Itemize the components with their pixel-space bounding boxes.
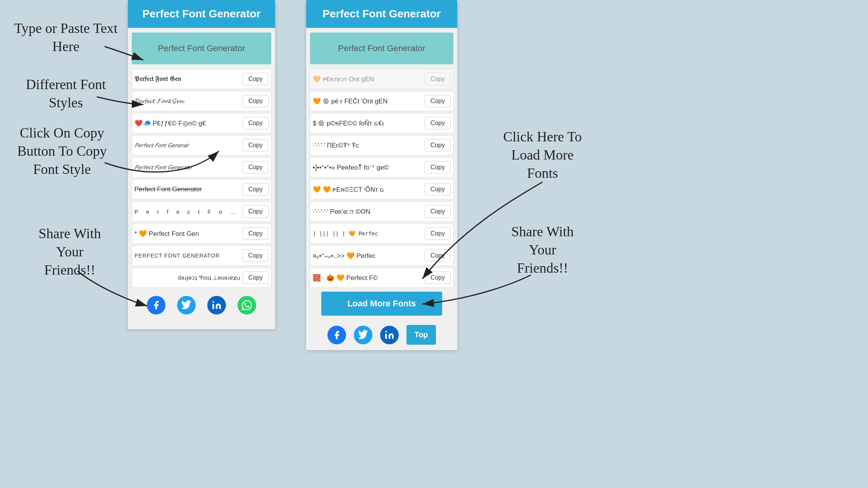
font-row-9: PERFECT FONT GENERATOR Copy: [132, 246, 271, 266]
font-text-6: Perfect Font Generator: [134, 186, 243, 193]
right-font-text-2: $ 🏵 p©ʀFE©© foÑт ɢ€ɩ: [313, 119, 425, 127]
linkedin-icon-right[interactable]: [380, 326, 399, 344]
copy-button-1[interactable]: Copy: [243, 73, 269, 85]
copy-button-5[interactable]: Copy: [243, 161, 269, 174]
annotation-share-right: Share WithYourFriends!!: [492, 223, 593, 277]
right-font-row-9: 🧱 · 🎃 🧡 Perfect F© Copy: [310, 268, 453, 288]
copy-button-10[interactable]: Copy: [243, 271, 269, 284]
right-copy-button-6[interactable]: Copy: [425, 205, 451, 218]
right-font-row-4: •]••°•°•» PeʀfeoŤ fo⁻ᵗ ge© Copy: [310, 157, 453, 177]
left-panel: Perfect Font Generator Perfect Font Gene…: [128, 0, 275, 329]
right-font-text-3: ·'·'·'·' ΠEr©Ŧᵃ Ŧc: [313, 141, 425, 149]
copy-button-6[interactable]: Copy: [243, 183, 269, 196]
copy-button-2[interactable]: Copy: [243, 95, 269, 107]
right-font-row-7: | ||| || | 🧡 Perfec Copy: [310, 223, 453, 244]
font-text-10: ɹoʇɐɹǝuǝ⊥ ʇuo℉ ʇɔǝɟɹǝd: [134, 275, 243, 281]
font-text-8: * 🧡 Perfect Font Gen: [134, 230, 243, 238]
right-panel: Perfect Font Generator Perfect Font Gene…: [306, 0, 457, 350]
font-row-7: P e r f e c t F o n t Copy: [132, 201, 271, 222]
font-row-5: 𝘗𝘦𝘳𝘧𝘦𝘤𝘵 𝘍𝘰𝘯𝘵 𝘎𝘦𝘯𝘦𝘳𝘢𝘵𝘰 Copy: [132, 157, 271, 177]
font-text-7: P e r f e c t F o n t: [134, 208, 243, 215]
copy-button-3[interactable]: Copy: [243, 117, 269, 129]
left-panel-header: Perfect Font Generator: [128, 0, 275, 28]
right-font-text-8: ¤ₐ•°⌣ₐ•..>> 🧡 Perfec: [313, 252, 425, 260]
svg-point-0: [212, 301, 214, 302]
right-copy-button-7[interactable]: Copy: [425, 227, 451, 240]
copy-button-9[interactable]: Copy: [243, 249, 269, 262]
top-button[interactable]: Top: [406, 325, 436, 345]
annotation-type-paste: Type or Paste TextHere: [12, 19, 120, 56]
font-text-2: 𝓟𝓮𝓻𝓯𝓮𝓬𝓽 𝓕𝓸𝓷𝓽 𝓖𝓮𝓷: [134, 97, 243, 105]
right-copy-button-8[interactable]: Copy: [425, 249, 451, 262]
font-row-8: * 🧡 Perfect Font Gen Copy: [132, 223, 271, 244]
annotation-share-left: Share WithYourFriends!!: [19, 225, 120, 279]
facebook-icon-left[interactable]: [147, 296, 165, 314]
right-font-text-0: 🧡 ᴘ€ʀтeɔт Ont gEN: [313, 75, 425, 83]
linkedin-icon-left[interactable]: [207, 296, 226, 314]
annotation-diff-fonts: Different FontStyles: [12, 76, 120, 112]
font-row-6: Perfect Font Generator Copy: [132, 179, 271, 199]
right-font-row-0: 🧡 ᴘ€ʀтeɔт Ont gEN Copy: [310, 69, 453, 89]
font-row-10: ɹoʇɐɹǝuǝ⊥ ʇuo℉ ʇɔǝɟɹǝd Copy: [132, 268, 271, 288]
facebook-icon-right[interactable]: [327, 326, 346, 344]
annotation-click-copy: Click On CopyButton To CopyFont Style: [4, 124, 120, 178]
whatsapp-icon-left[interactable]: [238, 296, 256, 314]
right-copy-button-4[interactable]: Copy: [425, 161, 451, 174]
right-font-text-6: ·'·'·'·'·' Peʀ'e□т ©ON: [313, 208, 425, 216]
right-text-input[interactable]: Perfect Font Generator: [310, 33, 453, 64]
annotation-click-load: Click Here ToLoad MoreFonts: [488, 128, 597, 182]
right-copy-button-5[interactable]: Copy: [425, 183, 451, 196]
right-copy-button-0[interactable]: Copy: [425, 73, 451, 85]
svg-point-1: [386, 331, 387, 332]
right-copy-button-2[interactable]: Copy: [425, 117, 451, 129]
font-row-2: 𝓟𝓮𝓻𝓯𝓮𝓬𝓽 𝓕𝓸𝓷𝓽 𝓖𝓮𝓷 Copy: [132, 91, 271, 111]
social-bar-left: [128, 290, 275, 321]
font-row-4: 𝘗𝘦𝘳𝘧𝘦𝘤𝘵 𝘍𝘰𝘯𝘵 𝘎𝘦𝘯𝘦𝘳𝘢𝘵 Copy: [132, 135, 271, 155]
right-font-text-9: 🧱 · 🎃 🧡 Perfect F©: [313, 274, 425, 282]
twitter-icon-left[interactable]: [177, 296, 196, 314]
right-font-text-1: 🧡 🏵 pé r FEČt 'Ont gEN: [313, 97, 425, 105]
copy-button-4[interactable]: Copy: [243, 139, 269, 151]
right-font-text-7: | ||| || | 🧡 Perfec: [313, 230, 425, 237]
load-more-button[interactable]: Load More Fonts: [321, 292, 442, 316]
right-copy-button-3[interactable]: Copy: [425, 139, 451, 151]
right-font-row-5: 🧡 🧡 ᴩEʀ©ΞCT ʲÕNт ɢ Copy: [310, 179, 453, 199]
text-input[interactable]: Perfect Font Generator: [132, 33, 271, 64]
font-text-4: 𝘗𝘦𝘳𝘧𝘦𝘤𝘵 𝘍𝘰𝘯𝘵 𝘎𝘦𝘯𝘦𝘳𝘢𝘵: [134, 142, 243, 149]
right-font-row-1: 🧡 🏵 pé r FEČt 'Ont gEN Copy: [310, 91, 453, 111]
right-font-text-5: 🧡 🧡 ᴩEʀ©ΞCT ʲÕNт ɢ: [313, 186, 425, 194]
twitter-icon-right[interactable]: [354, 326, 372, 344]
copy-button-8[interactable]: Copy: [243, 227, 269, 240]
right-font-row-2: $ 🏵 p©ʀFE©© foÑт ɢ€ɩ Copy: [310, 113, 453, 133]
right-copy-button-1[interactable]: Copy: [425, 95, 451, 107]
font-row-3: ❤️🧢 P€ƒƒ€© F◎n© g€ Copy: [132, 113, 271, 133]
right-font-row-6: ·'·'·'·'·' Peʀ'e□т ©ON Copy: [310, 201, 453, 222]
right-copy-button-9[interactable]: Copy: [425, 271, 451, 284]
font-text-9: PERFECT FONT GENERATOR: [134, 253, 243, 259]
font-row-1: 𝔓𝔢𝔯𝔣𝔢𝔠𝔱 𝔉𝔬𝔫𝔱 𝔊𝔢𝔫 Copy: [132, 69, 271, 89]
right-font-row-8: ¤ₐ•°⌣ₐ•..>> 🧡 Perfec Copy: [310, 246, 453, 266]
copy-button-7[interactable]: Copy: [243, 205, 269, 218]
right-font-text-4: •]••°•°•» PeʀfeoŤ fo⁻ᵗ ge©: [313, 163, 425, 172]
font-text-3: ❤️🧢 P€ƒƒ€© F◎n© g€: [134, 119, 243, 127]
font-text-1: 𝔓𝔢𝔯𝔣𝔢𝔠𝔱 𝔉𝔬𝔫𝔱 𝔊𝔢𝔫: [134, 75, 243, 83]
right-panel-header: Perfect Font Generator: [306, 0, 457, 28]
font-text-5: 𝘗𝘦𝘳𝘧𝘦𝘤𝘵 𝘍𝘰𝘯𝘵 𝘎𝘦𝘯𝘦𝘳𝘢𝘵𝘰: [134, 164, 243, 171]
right-font-row-3: ·'·'·'·' ΠEr©Ŧᵃ Ŧc Copy: [310, 135, 453, 155]
social-bar-right: Top: [306, 320, 457, 350]
